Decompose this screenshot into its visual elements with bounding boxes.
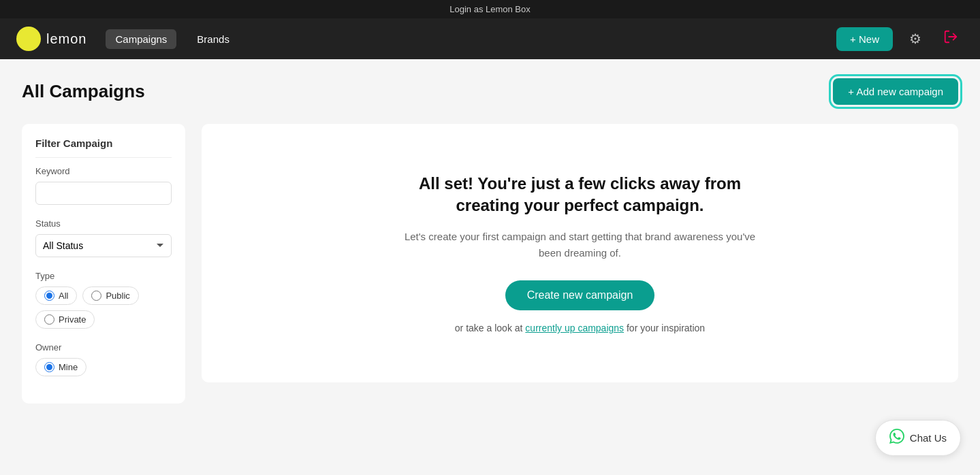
type-private-radio[interactable] [44,314,54,325]
logout-icon[interactable] [938,27,964,51]
type-public-radio[interactable] [91,291,101,301]
type-all-radio[interactable] [44,291,54,301]
owner-radio-group: Mine [35,358,172,376]
type-label: Type [35,271,172,281]
filter-sidebar: Filter Campaign Keyword Status All Statu… [22,124,185,404]
currently-up-campaigns-link[interactable]: currently up campaigns [525,323,624,333]
type-public-option[interactable]: Public [82,286,138,305]
filter-title: Filter Campaign [35,137,172,158]
type-public-label: Public [106,291,129,301]
nav-brands[interactable]: Brands [187,29,239,49]
new-button[interactable]: + New [836,27,893,51]
create-button-container: Create new campaign [403,280,757,323]
empty-state-link-row: or take a look at currently up campaigns… [403,323,757,333]
type-all-label: All [59,291,68,301]
owner-mine-radio[interactable] [44,362,54,372]
page-title: All Campaigns [22,81,145,102]
empty-state-description: Let's create your first campaign and sta… [403,229,757,261]
logo-icon [16,27,41,51]
chat-button[interactable]: Chat Us [875,420,961,456]
empty-state: All set! You're just a few clicks away f… [403,173,757,334]
type-group: Type All Public Private [35,271,172,329]
owner-mine-option[interactable]: Mine [35,358,86,376]
create-campaign-button[interactable]: Create new campaign [505,280,655,310]
page-container: All Campaigns + Add new campaign Filter … [0,59,980,423]
settings-icon[interactable]: ⚙ [904,28,927,50]
type-radio-group: All Public Private [35,286,172,329]
status-label: Status [35,218,172,229]
keyword-input[interactable] [35,182,172,205]
announcement-text: Login as Lemon Box [449,4,531,14]
keyword-group: Keyword [35,166,172,205]
status-select[interactable]: All Status Active Inactive Draft [35,234,172,257]
navbar: lemon Campaigns Brands + New ⚙ [0,18,980,59]
type-private-option[interactable]: Private [35,310,95,329]
link-suffix: for your inspiration [624,323,705,333]
keyword-label: Keyword [35,166,172,176]
logo[interactable]: lemon [16,27,86,51]
status-group: Status All Status Active Inactive Draft [35,218,172,257]
content-area: All set! You're just a few clicks away f… [202,124,958,382]
owner-label: Owner [35,342,172,353]
page-header: All Campaigns + Add new campaign [22,78,958,105]
main-layout: Filter Campaign Keyword Status All Statu… [22,124,958,404]
announcement-bar: Login as Lemon Box [0,0,980,18]
empty-state-heading: All set! You're just a few clicks away f… [403,173,757,217]
owner-group: Owner Mine [35,342,172,376]
nav-campaigns[interactable]: Campaigns [106,29,176,49]
type-private-label: Private [59,314,86,325]
type-all-option[interactable]: All [35,286,77,305]
add-campaign-button[interactable]: + Add new campaign [833,78,958,105]
link-prefix: or take a look at [455,323,526,333]
chat-label: Chat Us [910,432,947,444]
logo-text: lemon [46,31,86,47]
owner-mine-label: Mine [59,362,78,372]
whatsapp-icon [889,429,904,447]
